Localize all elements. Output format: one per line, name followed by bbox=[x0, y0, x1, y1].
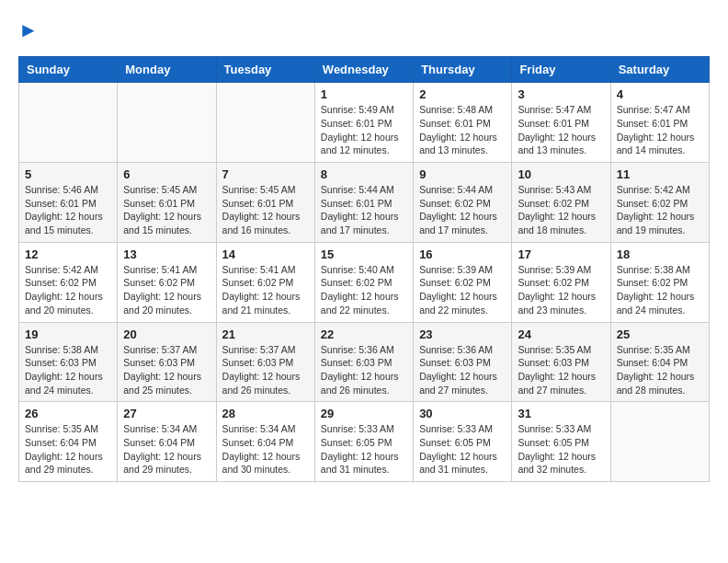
day-info: Sunrise: 5:45 AM Sunset: 6:01 PM Dayligh… bbox=[222, 183, 309, 237]
day-number: 23 bbox=[419, 327, 506, 341]
weekday-header: Friday bbox=[512, 57, 610, 83]
calendar-cell: 13Sunrise: 5:41 AM Sunset: 6:02 PM Dayli… bbox=[118, 242, 216, 322]
day-number: 18 bbox=[617, 247, 703, 261]
calendar-cell: 5Sunrise: 5:46 AM Sunset: 6:01 PM Daylig… bbox=[19, 163, 118, 243]
day-info: Sunrise: 5:33 AM Sunset: 6:05 PM Dayligh… bbox=[321, 422, 407, 477]
logo: ► bbox=[18, 18, 39, 41]
calendar-week-row: 19Sunrise: 5:38 AM Sunset: 6:03 PM Dayli… bbox=[19, 322, 710, 402]
day-info: Sunrise: 5:36 AM Sunset: 6:03 PM Dayligh… bbox=[419, 343, 506, 397]
day-number: 19 bbox=[25, 327, 111, 341]
day-info: Sunrise: 5:36 AM Sunset: 6:03 PM Dayligh… bbox=[321, 343, 407, 397]
calendar-cell: 12Sunrise: 5:42 AM Sunset: 6:02 PM Dayli… bbox=[19, 242, 118, 322]
calendar-cell: 8Sunrise: 5:44 AM Sunset: 6:01 PM Daylig… bbox=[314, 163, 413, 243]
day-info: Sunrise: 5:34 AM Sunset: 6:04 PM Dayligh… bbox=[222, 422, 309, 477]
day-number: 6 bbox=[123, 167, 210, 181]
logo-blue-text: ► bbox=[18, 18, 39, 41]
day-info: Sunrise: 5:39 AM Sunset: 6:02 PM Dayligh… bbox=[419, 263, 506, 317]
weekday-header: Wednesday bbox=[314, 57, 413, 83]
calendar-cell: 17Sunrise: 5:39 AM Sunset: 6:02 PM Dayli… bbox=[512, 242, 610, 322]
weekday-header: Tuesday bbox=[216, 57, 314, 83]
day-number: 10 bbox=[518, 167, 604, 181]
day-number: 16 bbox=[419, 247, 506, 261]
day-number: 11 bbox=[617, 167, 703, 181]
day-number: 7 bbox=[222, 167, 309, 181]
calendar-week-row: 1Sunrise: 5:49 AM Sunset: 6:01 PM Daylig… bbox=[19, 83, 710, 163]
calendar-cell: 29Sunrise: 5:33 AM Sunset: 6:05 PM Dayli… bbox=[314, 402, 413, 482]
calendar-cell: 25Sunrise: 5:35 AM Sunset: 6:04 PM Dayli… bbox=[610, 322, 709, 402]
calendar-cell bbox=[610, 402, 709, 482]
day-info: Sunrise: 5:37 AM Sunset: 6:03 PM Dayligh… bbox=[222, 343, 309, 397]
day-number: 12 bbox=[25, 247, 111, 261]
page-header: ► bbox=[18, 18, 710, 41]
day-info: Sunrise: 5:45 AM Sunset: 6:01 PM Dayligh… bbox=[123, 183, 210, 237]
day-info: Sunrise: 5:47 AM Sunset: 6:01 PM Dayligh… bbox=[617, 103, 703, 157]
weekday-header: Sunday bbox=[19, 57, 118, 83]
day-number: 14 bbox=[222, 247, 309, 261]
day-number: 26 bbox=[25, 407, 111, 420]
calendar-cell: 11Sunrise: 5:42 AM Sunset: 6:02 PM Dayli… bbox=[610, 163, 709, 243]
day-info: Sunrise: 5:39 AM Sunset: 6:02 PM Dayligh… bbox=[518, 263, 604, 317]
day-number: 28 bbox=[222, 407, 309, 420]
calendar-cell: 30Sunrise: 5:33 AM Sunset: 6:05 PM Dayli… bbox=[414, 402, 512, 482]
day-number: 30 bbox=[419, 407, 506, 420]
calendar-cell: 10Sunrise: 5:43 AM Sunset: 6:02 PM Dayli… bbox=[512, 163, 610, 243]
calendar-cell: 4Sunrise: 5:47 AM Sunset: 6:01 PM Daylig… bbox=[610, 83, 709, 163]
day-number: 24 bbox=[518, 327, 604, 341]
calendar-cell: 6Sunrise: 5:45 AM Sunset: 6:01 PM Daylig… bbox=[118, 163, 216, 243]
calendar-cell: 15Sunrise: 5:40 AM Sunset: 6:02 PM Dayli… bbox=[314, 242, 413, 322]
day-number: 31 bbox=[518, 407, 604, 420]
calendar-cell bbox=[19, 83, 118, 163]
calendar-cell: 24Sunrise: 5:35 AM Sunset: 6:03 PM Dayli… bbox=[512, 322, 610, 402]
day-info: Sunrise: 5:40 AM Sunset: 6:02 PM Dayligh… bbox=[321, 263, 407, 317]
day-info: Sunrise: 5:37 AM Sunset: 6:03 PM Dayligh… bbox=[123, 343, 210, 397]
weekday-header: Thursday bbox=[414, 57, 512, 83]
calendar-cell: 28Sunrise: 5:34 AM Sunset: 6:04 PM Dayli… bbox=[216, 402, 314, 482]
day-info: Sunrise: 5:49 AM Sunset: 6:01 PM Dayligh… bbox=[321, 103, 407, 157]
calendar-table: SundayMondayTuesdayWednesdayThursdayFrid… bbox=[18, 56, 710, 482]
day-number: 13 bbox=[123, 247, 210, 261]
calendar-cell: 27Sunrise: 5:34 AM Sunset: 6:04 PM Dayli… bbox=[118, 402, 216, 482]
weekday-header-row: SundayMondayTuesdayWednesdayThursdayFrid… bbox=[19, 57, 710, 83]
calendar-cell bbox=[216, 83, 314, 163]
calendar-cell: 23Sunrise: 5:36 AM Sunset: 6:03 PM Dayli… bbox=[414, 322, 512, 402]
day-info: Sunrise: 5:34 AM Sunset: 6:04 PM Dayligh… bbox=[123, 422, 210, 477]
day-info: Sunrise: 5:38 AM Sunset: 6:03 PM Dayligh… bbox=[25, 343, 111, 397]
day-info: Sunrise: 5:47 AM Sunset: 6:01 PM Dayligh… bbox=[518, 103, 604, 157]
calendar-cell: 9Sunrise: 5:44 AM Sunset: 6:02 PM Daylig… bbox=[414, 163, 512, 243]
calendar-cell: 19Sunrise: 5:38 AM Sunset: 6:03 PM Dayli… bbox=[19, 322, 118, 402]
day-number: 3 bbox=[518, 87, 604, 101]
calendar-cell: 3Sunrise: 5:47 AM Sunset: 6:01 PM Daylig… bbox=[512, 83, 610, 163]
day-number: 21 bbox=[222, 327, 309, 341]
weekday-header: Saturday bbox=[610, 57, 709, 83]
day-info: Sunrise: 5:44 AM Sunset: 6:01 PM Dayligh… bbox=[321, 183, 407, 237]
day-number: 8 bbox=[321, 167, 407, 181]
calendar-cell: 31Sunrise: 5:33 AM Sunset: 6:05 PM Dayli… bbox=[512, 402, 610, 482]
day-info: Sunrise: 5:48 AM Sunset: 6:01 PM Dayligh… bbox=[419, 103, 506, 157]
day-info: Sunrise: 5:43 AM Sunset: 6:02 PM Dayligh… bbox=[518, 183, 604, 237]
day-info: Sunrise: 5:35 AM Sunset: 6:04 PM Dayligh… bbox=[617, 343, 703, 397]
calendar-week-row: 5Sunrise: 5:46 AM Sunset: 6:01 PM Daylig… bbox=[19, 163, 710, 243]
day-number: 15 bbox=[321, 247, 407, 261]
day-info: Sunrise: 5:42 AM Sunset: 6:02 PM Dayligh… bbox=[617, 183, 703, 237]
calendar-cell: 22Sunrise: 5:36 AM Sunset: 6:03 PM Dayli… bbox=[314, 322, 413, 402]
day-number: 27 bbox=[123, 407, 210, 420]
day-info: Sunrise: 5:33 AM Sunset: 6:05 PM Dayligh… bbox=[518, 422, 604, 477]
calendar-week-row: 26Sunrise: 5:35 AM Sunset: 6:04 PM Dayli… bbox=[19, 402, 710, 482]
day-number: 2 bbox=[419, 87, 506, 101]
day-number: 25 bbox=[617, 327, 703, 341]
day-info: Sunrise: 5:33 AM Sunset: 6:05 PM Dayligh… bbox=[419, 422, 506, 477]
day-info: Sunrise: 5:35 AM Sunset: 6:03 PM Dayligh… bbox=[518, 343, 604, 397]
day-info: Sunrise: 5:41 AM Sunset: 6:02 PM Dayligh… bbox=[123, 263, 210, 317]
weekday-header: Monday bbox=[118, 57, 216, 83]
day-number: 22 bbox=[321, 327, 407, 341]
day-info: Sunrise: 5:38 AM Sunset: 6:02 PM Dayligh… bbox=[617, 263, 703, 317]
calendar-cell: 20Sunrise: 5:37 AM Sunset: 6:03 PM Dayli… bbox=[118, 322, 216, 402]
day-number: 5 bbox=[25, 167, 111, 181]
day-number: 1 bbox=[321, 87, 407, 101]
calendar-cell: 14Sunrise: 5:41 AM Sunset: 6:02 PM Dayli… bbox=[216, 242, 314, 322]
day-number: 29 bbox=[321, 407, 407, 420]
day-info: Sunrise: 5:46 AM Sunset: 6:01 PM Dayligh… bbox=[25, 183, 111, 237]
calendar-cell: 16Sunrise: 5:39 AM Sunset: 6:02 PM Dayli… bbox=[414, 242, 512, 322]
day-number: 9 bbox=[419, 167, 506, 181]
day-number: 4 bbox=[617, 87, 703, 101]
